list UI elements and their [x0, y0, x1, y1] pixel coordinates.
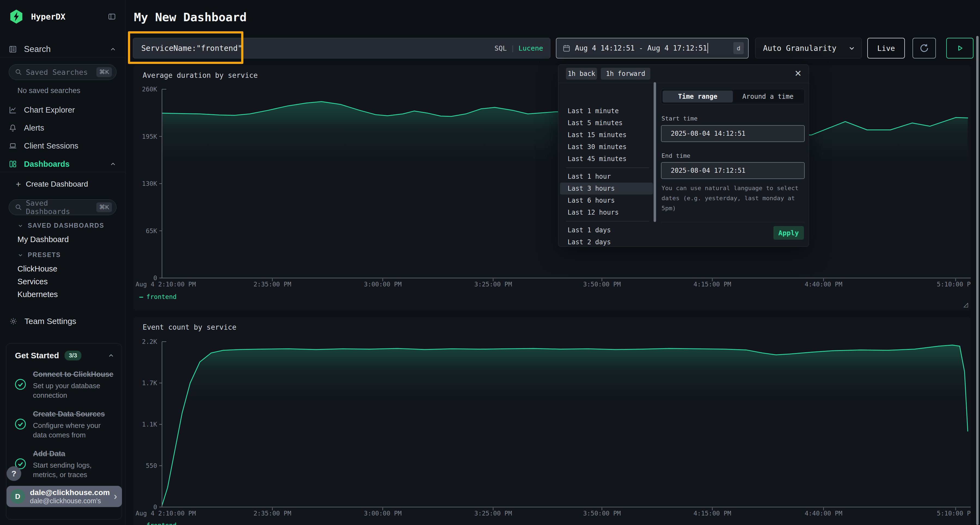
- collapse-sidebar-icon[interactable]: [107, 13, 116, 21]
- range-option[interactable]: Last 45 minutes: [560, 153, 653, 165]
- chevron-down-icon: [18, 223, 24, 229]
- svg-text:3:25:00 PM: 3:25:00 PM: [474, 510, 512, 517]
- svg-text:65K: 65K: [146, 227, 157, 235]
- sidebar-item-label: Dashboards: [24, 160, 70, 169]
- get-started-header[interactable]: Get Started 3/3: [15, 351, 115, 360]
- chevron-down-icon: [848, 44, 856, 52]
- tab-around-a-time[interactable]: Around a time: [733, 90, 803, 103]
- sidebar-item-search[interactable]: Search: [9, 43, 116, 56]
- divider: [0, 172, 125, 172]
- sidebar-item-label: Alerts: [24, 124, 44, 132]
- legend-dash-icon: —: [139, 293, 143, 300]
- range-option[interactable]: Last 15 minutes: [560, 129, 653, 141]
- section-presets[interactable]: PRESETS: [18, 251, 61, 259]
- line-chart-event-count: 05501.1K1.7K2.2KAug 4 2:10:00 PM2:35:00 …: [134, 317, 971, 525]
- help-icon: ?: [11, 469, 16, 478]
- svg-text:3:25:00 PM: 3:25:00 PM: [474, 281, 512, 288]
- chevron-up-icon: [108, 352, 115, 359]
- shift-back-button[interactable]: 1h back: [566, 68, 597, 80]
- saved-dashboards-placeholder: Saved Dashboards: [26, 199, 92, 216]
- saved-searches-placeholder: Saved Searches: [26, 68, 92, 76]
- search-icon: [15, 68, 22, 76]
- range-option[interactable]: Last 1 days: [560, 224, 653, 236]
- sidebar-item-chart-explorer[interactable]: Chart Explorer: [9, 104, 116, 116]
- range-option[interactable]: Last 12 hours: [560, 206, 653, 219]
- svg-text:3:50:00 PM: 3:50:00 PM: [583, 281, 620, 288]
- get-started-step-connect[interactable]: Connect to ClickHouse Set up your databa…: [14, 369, 115, 400]
- legend-series-label: frontend: [146, 293, 177, 300]
- sidebar-item-alerts[interactable]: Alerts: [9, 122, 116, 134]
- duration-badge: d: [733, 42, 744, 54]
- sidebar-item-client-sessions[interactable]: Client Sessions: [9, 140, 116, 152]
- step-title: Create Data Sources: [33, 408, 120, 420]
- help-button[interactable]: ?: [6, 466, 21, 481]
- end-time-input[interactable]: 2025-08-04 17:12:51: [661, 162, 805, 179]
- lucene-toggle[interactable]: Lucene: [519, 44, 543, 52]
- sql-toggle[interactable]: SQL: [494, 44, 507, 52]
- range-option[interactable]: Last 30 minutes: [560, 141, 653, 153]
- saved-searches-input[interactable]: Saved Searches ⌘K: [9, 64, 116, 80]
- chart-legend[interactable]: — frontend: [139, 293, 177, 300]
- svg-text:Aug 4 2:10:00 PM: Aug 4 2:10:00 PM: [135, 281, 196, 288]
- granularity-value: Auto Granularity: [763, 44, 837, 53]
- shortcut-badge: ⌘K: [96, 202, 112, 212]
- refresh-button[interactable]: [913, 38, 936, 59]
- get-started-title: Get Started: [15, 351, 59, 360]
- scrollbar-thumb[interactable]: [654, 82, 656, 222]
- svg-text:195K: 195K: [142, 133, 158, 140]
- check-circle-icon: [14, 418, 26, 430]
- sidebar-item-dashboards[interactable]: Dashboards: [9, 158, 116, 170]
- svg-text:3:00:00 PM: 3:00:00 PM: [364, 510, 401, 517]
- step-desc: Set up your database connection: [33, 381, 115, 400]
- start-time-input[interactable]: 2025-08-04 14:12:51: [661, 125, 805, 142]
- range-option[interactable]: Last 6 hours: [560, 195, 653, 206]
- chart-panel-event-count[interactable]: Event count by service 05501.1K1.7K2.2KA…: [134, 317, 971, 525]
- page-scrollbar[interactable]: [976, 36, 978, 525]
- sidebar-item-team-settings[interactable]: Team Settings: [9, 315, 117, 328]
- time-range-input[interactable]: Aug 4 14:12:51 - Aug 4 17:12:51 d: [556, 38, 749, 59]
- get-started-step-add-data[interactable]: Add Data Start sending logs, metrics, or…: [14, 448, 115, 480]
- sidebar-item-my-dashboard[interactable]: My Dashboard: [18, 235, 69, 244]
- svg-text:2.2K: 2.2K: [142, 338, 158, 345]
- get-started-step-sources[interactable]: Create Data Sources Configure where your…: [14, 408, 115, 440]
- chart-explorer-icon: [9, 106, 17, 114]
- sidebar-item-kubernetes[interactable]: Kubernetes: [18, 290, 58, 299]
- user-email: dale@clickhouse.com: [30, 488, 109, 497]
- chevron-up-icon: [110, 46, 116, 53]
- chart-panel-average-duration[interactable]: Average duration by service 065K130K195K…: [134, 65, 971, 310]
- get-started-badge: 3/3: [65, 351, 82, 360]
- chevron-up-icon: [110, 160, 116, 168]
- start-time-label: Start time: [662, 115, 697, 122]
- create-dashboard-button[interactable]: + Create Dashboard: [16, 178, 116, 190]
- tab-time-range[interactable]: Time range: [663, 90, 733, 103]
- divider: [0, 57, 125, 57]
- range-option-selected[interactable]: Last 3 hours: [560, 182, 653, 195]
- range-option[interactable]: Last 5 minutes: [560, 117, 653, 129]
- shift-forward-button[interactable]: 1h forward: [601, 68, 650, 80]
- apply-button[interactable]: Apply: [773, 226, 804, 240]
- sidebar-item-label: Chart Explorer: [24, 106, 75, 114]
- section-saved-dashboards[interactable]: SAVED DASHBOARDS: [18, 222, 104, 229]
- play-button[interactable]: [946, 38, 974, 59]
- live-button[interactable]: Live: [867, 38, 905, 59]
- svg-text:5:10:00 PM: 5:10:00 PM: [937, 281, 971, 288]
- range-option[interactable]: Last 1 hour: [560, 171, 653, 182]
- range-option[interactable]: Last 1 minute: [560, 105, 653, 117]
- sidebar-item-label: Search: [24, 44, 51, 54]
- shortcut-badge: ⌘K: [96, 67, 112, 77]
- granularity-select[interactable]: Auto Granularity: [755, 38, 862, 59]
- user-menu[interactable]: D dale@clickhouse.com dale@clickhouse.co…: [6, 486, 122, 507]
- chart-legend[interactable]: — frontend: [139, 522, 177, 525]
- step-text: Add Data Start sending logs, metrics, or…: [33, 448, 115, 480]
- close-icon[interactable]: ✕: [794, 68, 802, 78]
- search-icon: [15, 204, 22, 211]
- range-option[interactable]: Last 2 days: [560, 236, 653, 247]
- step-title: Connect to ClickHouse: [33, 369, 115, 380]
- sidebar-item-clickhouse[interactable]: ClickHouse: [18, 265, 57, 273]
- brand-name: HyperDX: [31, 12, 65, 22]
- saved-dashboards-input[interactable]: Saved Dashboards ⌘K: [9, 199, 116, 215]
- sidebar-item-services[interactable]: Services: [18, 277, 48, 286]
- resize-handle-icon[interactable]: ◿: [963, 301, 968, 308]
- picker-mode-tabs: Time range Around a time: [661, 89, 805, 104]
- svg-text:Aug 4 2:10:00 PM: Aug 4 2:10:00 PM: [135, 510, 196, 517]
